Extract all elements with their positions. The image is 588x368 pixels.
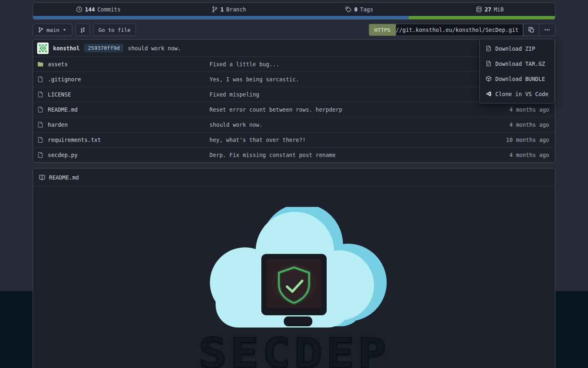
- branch-icon: [212, 6, 218, 13]
- commit-author[interactable]: konsthol: [53, 45, 80, 52]
- branch-icon: [38, 27, 44, 33]
- file-name-link[interactable]: harden: [48, 121, 68, 128]
- latest-commit-header: konsthol 259370ff9d should work now.: [33, 40, 555, 56]
- zip-file-icon: [486, 61, 492, 67]
- file-icon: [37, 152, 44, 158]
- file-name-link[interactable]: .gitignore: [48, 76, 81, 83]
- download-menu: Download ZIP Download TAR.GZ: [479, 39, 555, 103]
- file-icon: [37, 91, 44, 98]
- file-icon: [37, 121, 44, 128]
- file-commit-message[interactable]: Fixed a little bug...: [209, 61, 469, 67]
- file-commit-message[interactable]: hey, what's that over there?!: [209, 137, 469, 143]
- repo-stats-row: 144 Commits 1 Branch: [33, 3, 555, 16]
- vscode-icon: [486, 91, 492, 97]
- history-icon: [76, 6, 82, 13]
- file-age: 4 months ago: [469, 121, 551, 128]
- menu-item-label: Clone in VS Code: [495, 91, 548, 97]
- file-icon: [37, 106, 44, 113]
- file-name-cell: secdep.py: [37, 152, 209, 158]
- file-commit-message[interactable]: Fixed mispeling: [209, 91, 469, 98]
- size-count: 27: [485, 6, 491, 13]
- language-stats-bar[interactable]: [33, 16, 555, 19]
- branches-count: 1: [220, 6, 224, 13]
- folder-icon: [37, 61, 44, 67]
- file-name-link[interactable]: requirements.txt: [48, 137, 101, 143]
- menu-item-label: Download TAR.GZ: [495, 61, 545, 67]
- more-download-options-button[interactable]: [539, 24, 555, 36]
- file-icon: [37, 76, 44, 83]
- toolbar-left: main Go to file: [33, 24, 136, 36]
- compare-branches-button[interactable]: [76, 24, 90, 36]
- https-label: HTTPS: [374, 27, 390, 33]
- file-name-cell: requirements.txt: [37, 137, 209, 143]
- copy-icon: [528, 27, 535, 33]
- lang-seg-1[interactable]: [409, 16, 555, 19]
- repo-page: 144 Commits 1 Branch: [33, 2, 555, 368]
- go-to-file-label: Go to file: [98, 27, 130, 33]
- package-icon: [486, 76, 492, 82]
- file-name-cell: LICENSE: [37, 91, 209, 98]
- menu-item-download-zip[interactable]: Download ZIP: [480, 41, 555, 56]
- file-name-cell: assets: [37, 61, 209, 67]
- https-protocol-button[interactable]: HTTPS: [369, 24, 396, 36]
- table-row: harden should work now. 4 months ago: [33, 117, 555, 132]
- tags-label: Tags: [360, 6, 374, 13]
- file-age: 4 months ago: [469, 152, 551, 158]
- menu-item-clone-vscode[interactable]: Clone in VS Code: [480, 86, 555, 101]
- database-icon: [476, 6, 482, 13]
- commit-message[interactable]: should work now.: [128, 45, 181, 52]
- book-icon: [39, 174, 45, 181]
- copy-url-button[interactable]: [523, 24, 539, 36]
- tag-icon: [345, 6, 352, 13]
- table-row: .gitignore Yes, I was being sarcastic.: [33, 72, 555, 87]
- file-commit-message[interactable]: Derp. Fix missing constant post rename: [209, 152, 469, 158]
- commit-hash-badge[interactable]: 259370ff9d: [84, 44, 123, 52]
- size-stat[interactable]: 27 MiB: [425, 6, 555, 13]
- avatar[interactable]: [37, 43, 49, 54]
- file-name-link[interactable]: assets: [48, 61, 68, 67]
- compare-icon: [80, 27, 86, 33]
- readme-panel: README.md: [33, 168, 555, 368]
- go-to-file-button[interactable]: Go to file: [93, 24, 136, 36]
- repo-summary: 144 Commits 1 Branch: [33, 2, 555, 20]
- file-name-link[interactable]: LICENSE: [48, 91, 71, 98]
- file-name-link[interactable]: secdep.py: [48, 152, 78, 158]
- clone-url-input[interactable]: https://git.konsthol.eu/konsthol/SecDep.…: [396, 24, 523, 36]
- readme-content: SECDEP: [33, 207, 555, 368]
- file-age: 10 months ago: [469, 137, 551, 143]
- file-commit-message[interactable]: Yes, I was being sarcastic.: [209, 76, 469, 83]
- size-label: MiB: [494, 6, 503, 13]
- branch-name: main: [47, 27, 59, 33]
- branches-stat[interactable]: 1 Branch: [164, 6, 294, 13]
- menu-item-download-bundle[interactable]: Download BUNDLE: [480, 71, 555, 86]
- chevron-down-icon: [62, 27, 67, 32]
- branches-label: Branch: [226, 6, 246, 13]
- file-commit-message[interactable]: Reset error count between rows. herpderp: [209, 106, 469, 113]
- file-name-cell: harden: [37, 121, 209, 128]
- table-row: assets Fixed a little bug...: [33, 56, 555, 72]
- lang-seg-0[interactable]: [33, 16, 409, 19]
- commits-label: Commits: [97, 6, 120, 13]
- menu-item-download-targz[interactable]: Download TAR.GZ: [480, 56, 555, 71]
- tags-count: 0: [354, 6, 357, 13]
- menu-item-label: Download BUNDLE: [495, 76, 545, 82]
- repo-toolbar: main Go to file HTTPS ht: [33, 24, 555, 36]
- zip-file-icon: [486, 45, 492, 52]
- tags-stat[interactable]: 0 Tags: [294, 6, 425, 13]
- commits-stat[interactable]: 144 Commits: [33, 6, 164, 13]
- table-row: requirements.txt hey, what's that over t…: [33, 132, 555, 147]
- file-list-panel: konsthol 259370ff9d should work now. ass…: [33, 39, 555, 163]
- commits-count: 144: [85, 6, 95, 13]
- table-row: secdep.py Derp. Fix missing constant pos…: [33, 147, 555, 162]
- file-commit-message[interactable]: should work now.: [209, 121, 469, 128]
- file-name-cell: .gitignore: [37, 76, 209, 83]
- file-age: 4 months ago: [469, 106, 551, 113]
- branch-selector-button[interactable]: main: [33, 24, 72, 36]
- table-row: LICENSE Fixed mispeling: [33, 87, 555, 102]
- ellipsis-icon: [544, 27, 550, 33]
- menu-item-label: Download ZIP: [495, 45, 535, 52]
- secdep-cloud-illustration: [200, 207, 388, 330]
- readme-title[interactable]: README.md: [49, 174, 79, 181]
- table-row: README.md Reset error count between rows…: [33, 102, 555, 117]
- file-name-link[interactable]: README.md: [48, 106, 78, 113]
